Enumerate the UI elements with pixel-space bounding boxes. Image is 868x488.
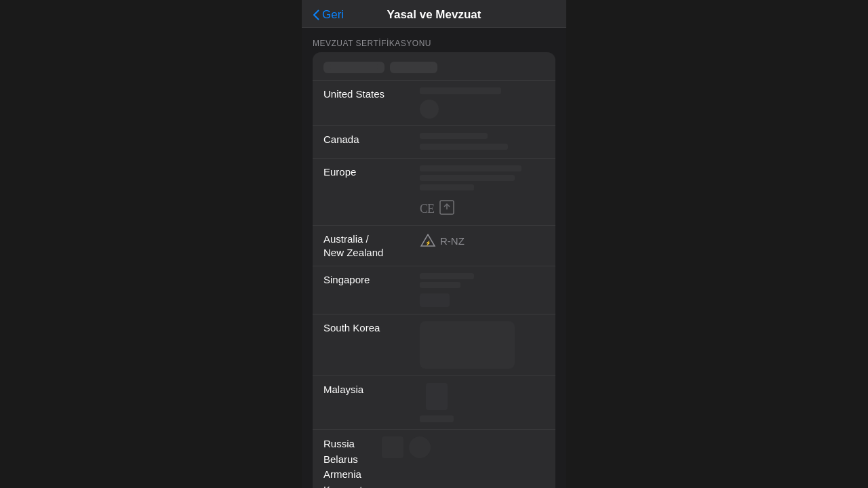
badge-2 (390, 62, 437, 73)
cert-row-ru: RussiaBelarusArmeniaKyrgyzstan (313, 429, 555, 488)
country-sg: Singapore (323, 273, 412, 287)
my-symbols (420, 383, 545, 422)
ce-mark-icon: CE (420, 202, 434, 216)
country-ca: Canada (323, 133, 412, 146)
ru-symbols (382, 436, 545, 458)
country-kr: South Korea (323, 321, 412, 335)
section-header: MEVZUAT SERTİFİKASYONU (302, 28, 566, 52)
country-ru: RussiaBelarusArmeniaKyrgyzstan (323, 436, 374, 488)
page-title: Yasal ve Mevzuat (387, 8, 481, 22)
phone-container: Geri Yasal ve Mevzuat MEVZUAT SERTİFİKAS… (302, 0, 566, 488)
country-eu: Europe (323, 165, 412, 179)
cert-row-sg: Singapore (313, 266, 555, 314)
us-symbols (420, 87, 545, 119)
country-anz: Australia /New Zealand (323, 232, 412, 259)
back-button[interactable]: Geri (313, 8, 344, 22)
badge-1 (323, 62, 384, 73)
weee-icon (439, 200, 454, 218)
cert-row-anz: Australia /New Zealand ⚡ R-NZ (313, 225, 555, 266)
cert-row-us: United States (313, 80, 555, 125)
back-label: Geri (322, 8, 344, 22)
cert-row-my: Malaysia (313, 375, 555, 429)
sg-symbols (420, 273, 545, 307)
cert-top-badges (313, 52, 555, 80)
eu-symbols: CE (420, 165, 545, 218)
country-us: United States (323, 87, 412, 101)
ca-symbols (420, 133, 545, 150)
cert-card: United States Canada (313, 52, 555, 488)
kr-symbols (420, 321, 545, 369)
cert-row-eu: Europe CE (313, 158, 555, 225)
cert-row-kr: South Korea (313, 314, 555, 375)
anz-label: R-NZ (440, 235, 465, 247)
anz-symbols: ⚡ R-NZ (420, 232, 545, 249)
scroll-content[interactable]: MEVZUAT SERTİFİKASYONU United States (302, 28, 566, 488)
svg-text:⚡: ⚡ (425, 240, 431, 246)
nav-bar: Geri Yasal ve Mevzuat (302, 0, 566, 28)
country-my: Malaysia (323, 383, 412, 396)
cert-row-ca: Canada (313, 125, 555, 158)
